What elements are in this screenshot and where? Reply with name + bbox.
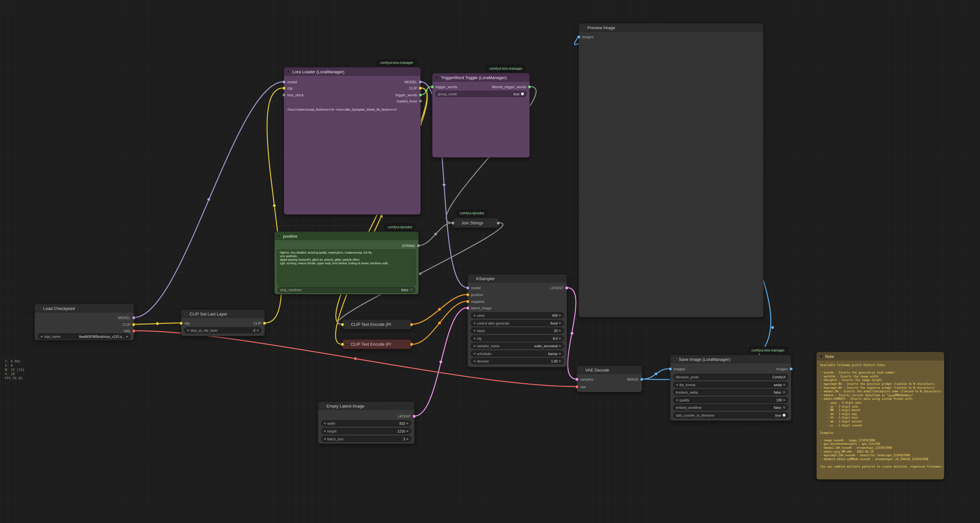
input-slot-model[interactable]: model <box>466 285 481 290</box>
link-midpoint-dot[interactable] <box>771 326 774 329</box>
input-slot-images[interactable]: images <box>669 366 685 372</box>
slot-dot-icon[interactable] <box>577 35 581 39</box>
node-lora-loader[interactable]: Lora Loader (LoraManager) model clip lor… <box>284 67 421 215</box>
decrement-arrow-icon[interactable]: ◀ <box>324 422 326 425</box>
widget-ckpt-name[interactable]: ◀ ckpt_name ilwaiNSFWIllustrious_v110.s.… <box>38 333 131 339</box>
widget-batch-size[interactable]: ◀ batch_size 3 ▶ <box>321 436 411 442</box>
slot-dot-icon[interactable] <box>419 81 422 84</box>
slot-dot-icon[interactable] <box>789 368 793 371</box>
node-header[interactable]: Note <box>817 352 944 361</box>
slot-dot-icon[interactable] <box>419 94 422 97</box>
link-midpoint-dot[interactable] <box>434 233 437 236</box>
output-slot-image[interactable]: IMAGE <box>627 377 643 382</box>
node-save-image[interactable]: Save Image (LoraManager) images images f… <box>670 355 791 421</box>
link-midpoint-dot[interactable] <box>438 308 441 311</box>
node-clip-text-encode-positive[interactable]: CLIP Text Encode (Pr <box>342 319 412 330</box>
widget-strip-newlines[interactable]: strip_newlines false <box>278 287 415 293</box>
increment-arrow-icon[interactable]: ▶ <box>784 384 786 386</box>
collapse-toggle-icon[interactable] <box>38 307 41 310</box>
collapse-toggle-icon[interactable] <box>456 222 459 225</box>
widget-seed[interactable]: ◀ seed 409 ▶ <box>471 312 564 319</box>
node-clip-set-last-layer[interactable]: CLIP Set Last Layer clip CLIP ◀ stop_at_… <box>181 309 265 336</box>
node-join-strings[interactable]: Join Strings <box>452 218 499 228</box>
slot-dot-icon[interactable] <box>417 244 420 247</box>
decrement-arrow-icon[interactable]: ◀ <box>473 337 475 340</box>
node-header[interactable]: Join Strings <box>453 218 498 228</box>
slot-dot-icon[interactable] <box>180 322 183 325</box>
widget-steps[interactable]: ◀ steps 20 ▶ <box>471 328 564 334</box>
widget-control-after-generate[interactable]: ◀ control after generate fixed ▶ <box>471 320 564 326</box>
link-midpoint-dot[interactable] <box>380 215 383 218</box>
slot-dot-icon[interactable] <box>282 81 286 84</box>
node-load-checkpoint[interactable]: Load Checkpoint MODEL CLIP VAE ◀ ckpt_na… <box>34 304 134 341</box>
link-midpoint-dot[interactable] <box>571 332 574 335</box>
decrement-arrow-icon[interactable]: ◀ <box>324 430 326 433</box>
slot-dot-icon[interactable] <box>466 293 469 296</box>
output-slot-images[interactable]: images <box>776 366 793 372</box>
widget-group-mode[interactable]: group_mode true <box>435 91 527 97</box>
input-slot-lora-stack[interactable]: lora_stack <box>282 92 304 98</box>
slot-dot-icon[interactable] <box>132 323 135 326</box>
decrement-arrow-icon[interactable]: ◀ <box>473 330 475 332</box>
node-triggerword-toggle[interactable]: TriggerWord Toggle (LoraManager) trigger… <box>432 73 530 158</box>
increment-arrow-icon[interactable]: ▶ <box>559 352 561 355</box>
output-slot-model[interactable]: MODEL <box>118 315 135 320</box>
collapse-toggle-icon[interactable] <box>580 368 583 372</box>
output-slot-trigger-words[interactable]: trigger_words <box>395 92 422 98</box>
node-header[interactable]: CLIP Set Last Layer <box>181 310 264 318</box>
node-header[interactable]: Empty Latent Image <box>318 402 414 410</box>
slot-dot-icon[interactable] <box>282 94 286 97</box>
widget-height[interactable]: ◀ height 1216 ▶ <box>321 428 411 434</box>
collapsed-input-dot-icon[interactable] <box>341 323 344 326</box>
graph-canvas[interactable]: Preview Image images Load Checkpoint MOD… <box>0 0 980 523</box>
increment-arrow-icon[interactable]: ▶ <box>407 422 409 425</box>
link-midpoint-dot[interactable] <box>207 198 210 201</box>
widget-scheduler[interactable]: ◀ scheduler karras ▶ <box>471 350 564 357</box>
output-slot-loaded-loras[interactable]: loaded_loras <box>397 98 422 104</box>
slot-dot-icon[interactable] <box>669 368 672 371</box>
input-slot-clip[interactable]: clip <box>282 86 293 91</box>
output-slot-filtered-trigger-words[interactable]: filtered_trigger_words <box>492 84 531 89</box>
toggle-knob-icon[interactable] <box>521 92 524 95</box>
decrement-arrow-icon[interactable]: ◀ <box>40 335 42 338</box>
link-midpoint-dot[interactable] <box>156 322 159 325</box>
link-midpoint-dot[interactable] <box>439 361 442 363</box>
slot-dot-icon[interactable] <box>528 85 531 89</box>
node-empty-latent-image[interactable]: Empty Latent Image LATENT ◀ width 832 ▶ … <box>318 401 415 444</box>
input-slot-latent-image[interactable]: latent_image <box>466 306 492 311</box>
collapse-toggle-icon[interactable] <box>819 355 823 358</box>
input-slot-model[interactable]: model <box>282 79 297 85</box>
collapse-toggle-icon[interactable] <box>345 343 348 346</box>
decrement-arrow-icon[interactable]: ◀ <box>473 360 475 363</box>
decrement-arrow-icon[interactable]: ◀ <box>473 345 475 347</box>
input-slot-samples[interactable]: samples <box>575 377 593 382</box>
collapse-toggle-icon[interactable] <box>345 323 348 326</box>
increment-arrow-icon[interactable]: ▶ <box>559 345 561 347</box>
node-header[interactable]: TriggerWord Toggle (LoraManager) <box>433 73 530 82</box>
collapse-toggle-icon[interactable] <box>287 70 290 73</box>
collapse-toggle-icon[interactable] <box>582 26 585 29</box>
link-midpoint-dot[interactable] <box>354 357 357 360</box>
widget-file-format[interactable]: ◀ file_format webp ▶ <box>673 382 788 388</box>
node-header[interactable]: CLIP Text Encode (Pr <box>342 320 412 329</box>
slot-dot-icon[interactable] <box>575 378 579 381</box>
link-midpoint-dot[interactable] <box>438 322 441 325</box>
decrement-arrow-icon[interactable]: ◀ <box>676 399 678 401</box>
input-slot-clip[interactable]: clip <box>180 321 190 326</box>
increment-arrow-icon[interactable]: ▶ <box>257 329 259 332</box>
lora-syntax-text[interactable]: <lora:CreateConcept_Illustrious:0.8> <lo… <box>287 108 417 111</box>
slot-dot-icon[interactable] <box>282 87 286 90</box>
output-slot-vae[interactable]: VAE <box>124 328 135 334</box>
slot-dot-icon[interactable] <box>466 306 469 310</box>
node-ksampler[interactable]: KSampler model positive negative latent_… <box>468 274 567 368</box>
slot-dot-icon[interactable] <box>431 85 434 89</box>
slot-dot-icon[interactable] <box>263 322 266 325</box>
increment-arrow-icon[interactable]: ▶ <box>559 337 561 340</box>
node-header[interactable]: Load Checkpoint <box>35 304 134 312</box>
collapsed-input-dot-icon[interactable] <box>451 222 455 225</box>
output-slot-model[interactable]: MODEL <box>404 79 422 85</box>
node-note[interactable]: Note Available filename_prefix Pattern C… <box>816 352 944 480</box>
link-midpoint-dot[interactable] <box>425 89 428 92</box>
collapsed-output-dot-icon[interactable] <box>410 323 413 326</box>
slot-dot-icon[interactable] <box>419 87 422 90</box>
